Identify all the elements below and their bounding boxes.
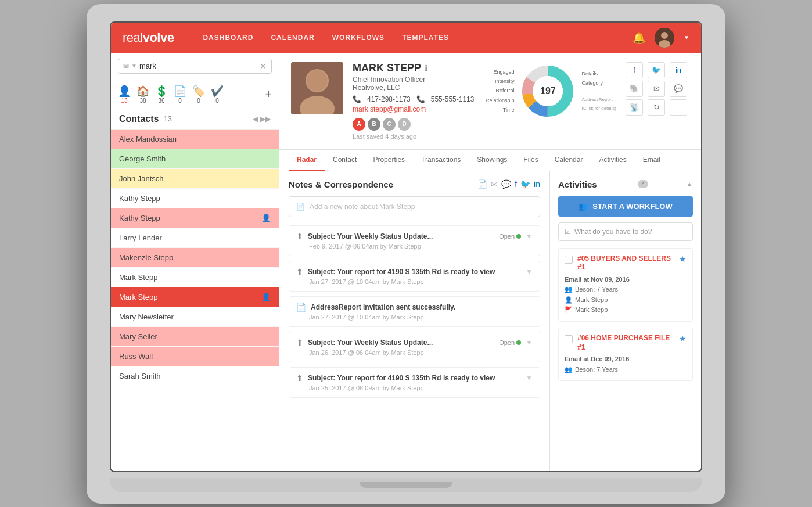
notes-action-icons: 📄 ✉ 💬 f 🐦 in [477, 179, 540, 189]
note-expand-icon[interactable]: ▼ [526, 268, 533, 276]
activity-checkbox[interactable] [565, 335, 573, 343]
note-subject: Subject: Your Weekly Status Update... [308, 339, 494, 347]
add-contact-icon[interactable]: + [265, 88, 272, 101]
facebook-notes-icon[interactable]: f [515, 179, 517, 189]
contact-item[interactable]: Alex Mandossian [111, 130, 279, 149]
tags-filter-icon[interactable]: 🏷️ 0 [192, 85, 205, 104]
upload-icon: ⬆ [296, 373, 303, 383]
badge-d[interactable]: D [398, 118, 411, 131]
contact-item[interactable]: Kathy Stepp👤 [111, 208, 279, 228]
mail-icon[interactable]: ✉ [491, 179, 498, 189]
notes-panel: Notes & Correspondence 📄 ✉ 💬 f 🐦 in [279, 171, 550, 471]
activity-star-icon[interactable]: ★ [679, 334, 687, 343]
nav-calendar[interactable]: CALENDAR [271, 34, 314, 42]
note-expand-icon[interactable]: ▼ [526, 339, 533, 347]
notification-bell-icon[interactable]: 🔔 [633, 31, 645, 44]
profile-email[interactable]: mark.stepp@gmail.com [353, 105, 476, 113]
doc-icon[interactable]: 📄 [477, 179, 487, 189]
tab-showings[interactable]: Showings [469, 150, 515, 171]
social-icons: f 🐦 in 🐘 ✉ 💬 📡 ↻ [626, 62, 689, 116]
contact-item[interactable]: John Jantsch [111, 169, 279, 189]
tab-contact[interactable]: Contact [325, 150, 365, 171]
tab-email[interactable]: Email [635, 150, 669, 171]
user-dropdown-icon[interactable]: ▼ [684, 34, 689, 41]
chevron-left-icon[interactable]: ◀ [253, 115, 258, 123]
bubble-icon[interactable]: 💬 [501, 179, 511, 189]
contact-item[interactable]: Mark Stepp [111, 268, 279, 287]
note-entry: ⬆ Subject: Your Weekly Status Update... … [289, 225, 540, 256]
contacts-navigation[interactable]: ◀ ▶▶ [253, 115, 271, 123]
contact-item[interactable]: Mary Newsletter [111, 307, 279, 327]
contact-item[interactable]: Russ Wall [111, 347, 279, 366]
linkedin-icon[interactable]: in [670, 62, 687, 78]
activity-title[interactable]: #06 HOME PURCHASE FILE #1 [577, 334, 674, 352]
search-input[interactable] [139, 62, 257, 70]
contact-item[interactable]: Makenzie Stepp [111, 248, 279, 268]
properties-filter-icon[interactable]: 🏠 38 [136, 85, 149, 104]
documents-filter-icon[interactable]: 📄 0 [174, 85, 186, 104]
note-meta: Jan 27, 2017 @ 10:04am by Mark Stepp [296, 278, 533, 285]
start-workflow-button[interactable]: 👥 START A WORKFLOW [558, 196, 693, 217]
info-icon[interactable]: ℹ [425, 64, 427, 73]
todo-input-area[interactable]: ☑ What do you have to do? [558, 222, 693, 241]
tab-transactions[interactable]: Transactions [413, 150, 469, 171]
search-input-wrapper[interactable]: ✉ ▼ ✕ [118, 59, 272, 74]
badge-b[interactable]: B [368, 118, 380, 131]
nav-templates[interactable]: TEMPLATES [402, 34, 449, 42]
contacts-filter-icon[interactable]: 👤 13 [118, 85, 131, 104]
nav-workflows[interactable]: WORKFLOWS [332, 34, 385, 42]
email-icon[interactable]: ✉ [648, 81, 665, 97]
main-content: MARK STEPP ℹ Chief Innovation Officer Re… [279, 53, 701, 471]
tab-activities[interactable]: Activities [591, 150, 634, 171]
contact-item-active[interactable]: Mark Stepp👤 [111, 287, 279, 307]
contact-item[interactable]: Sarah Smith [111, 366, 279, 386]
clear-search-icon[interactable]: ✕ [260, 62, 267, 71]
linkedin-notes-icon[interactable]: in [534, 179, 540, 189]
tab-files[interactable]: Files [515, 150, 546, 171]
nav-dashboard[interactable]: DASHBOARD [203, 34, 253, 42]
note-expand-icon[interactable]: ▼ [526, 232, 533, 240]
profile-title: Chief Innovation Officer [353, 75, 476, 84]
activities-nav-icon[interactable]: ▲ [686, 180, 693, 188]
contact-item[interactable]: Mary Seller [111, 327, 279, 347]
facebook-icon[interactable]: f [626, 62, 643, 78]
badge-c[interactable]: C [383, 118, 396, 131]
activity-card: #06 HOME PURCHASE FILE #1 ★ Email at Dec… [558, 328, 693, 381]
badge-a[interactable]: A [353, 118, 365, 131]
contacts-count: 13 [163, 114, 171, 123]
tab-radar[interactable]: Radar [289, 150, 325, 171]
note-expand-icon[interactable]: ▼ [526, 374, 533, 382]
dropdown-icon[interactable]: ▼ [131, 63, 137, 69]
refresh-icon[interactable]: ↻ [648, 99, 665, 116]
activity-checkbox[interactable] [565, 256, 573, 264]
content-tabs: Radar Contact Properties Transactions Sh… [279, 150, 701, 171]
chevron-right-icon[interactable]: ▶▶ [260, 115, 271, 123]
signal-icon[interactable]: 📡 [626, 99, 643, 116]
contact-item[interactable]: George Smith [111, 149, 279, 169]
contact-name: Kathy Stepp [119, 194, 160, 203]
contact-item[interactable]: Larry Lender [111, 228, 279, 248]
activities-header: Activities 4 ▲ [558, 179, 693, 189]
verified-filter-icon[interactable]: ✔️ 0 [211, 85, 224, 104]
tab-properties[interactable]: Properties [365, 150, 413, 171]
twitter-icon[interactable]: 🐦 [648, 62, 665, 78]
chat-icon[interactable]: 💬 [670, 81, 687, 97]
contact-name: Russ Wall [119, 352, 153, 361]
contact-name: Mark Stepp [119, 273, 157, 282]
contacts-header: Contacts 13 ◀ ▶▶ [111, 109, 279, 130]
transactions-filter-icon[interactable]: 💲 36 [155, 85, 168, 104]
activity-star-icon[interactable]: ★ [679, 254, 687, 264]
nav-right-area: 🔔 ▼ [633, 28, 689, 48]
profile-phones: 📞 417-298-1173 📞 555-555-1113 [353, 95, 476, 103]
contact-item[interactable]: Kathy Stepp [111, 189, 279, 208]
svg-point-6 [307, 70, 328, 91]
app-logo[interactable]: realvolve [123, 30, 174, 45]
tab-calendar[interactable]: Calendar [547, 150, 591, 171]
activity-title[interactable]: #05 BUYERS AND SELLERS #1 [577, 254, 674, 272]
evernote-icon[interactable]: 🐘 [626, 81, 643, 97]
note-input-area[interactable]: 📄 Add a new note about Mark Stepp [289, 196, 540, 217]
twitter-notes-icon[interactable]: 🐦 [520, 179, 530, 189]
activity-detail: Email at Dec 09, 2016 👥 Beson: 7 Years [565, 354, 687, 375]
user-avatar[interactable] [655, 28, 674, 48]
donut-chart[interactable]: 197 [519, 62, 577, 120]
